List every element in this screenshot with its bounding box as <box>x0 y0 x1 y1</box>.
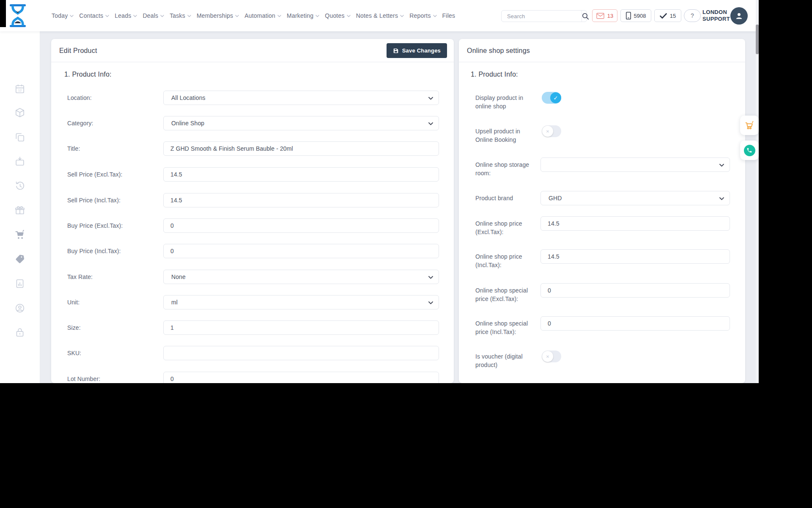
chevron-down-icon <box>70 15 74 17</box>
calendar-icon: 12 <box>14 83 25 94</box>
form-row-product-brand: Product brand GHD <box>459 191 745 205</box>
storage-room-select[interactable] <box>540 157 730 172</box>
title-input[interactable] <box>163 141 439 156</box>
field-label: Product brand <box>475 194 539 202</box>
nav-item-leads[interactable]: Leads <box>115 12 137 19</box>
form-row-category: Category: Online Shop <box>51 116 454 130</box>
sidebar-item-inventory[interactable] <box>14 156 25 167</box>
sku-input[interactable] <box>163 346 439 360</box>
tax-rate-select[interactable]: None <box>163 270 439 284</box>
box-icon <box>14 156 25 167</box>
field-label: Online shop special price (Excl.Tax): <box>475 286 539 303</box>
search-input[interactable] <box>502 11 582 22</box>
size-input[interactable] <box>163 320 439 335</box>
category-select[interactable]: Online Shop <box>163 116 439 130</box>
sidebar-item-history[interactable] <box>14 180 25 191</box>
sidebar-item-reports[interactable] <box>14 278 25 289</box>
tasks-done-button[interactable]: 15 <box>654 9 681 22</box>
help-button[interactable]: ? <box>684 9 701 22</box>
chevron-down-icon <box>133 15 137 17</box>
buy-price-incl-input[interactable] <box>163 244 439 258</box>
special-price-incl-input[interactable] <box>540 316 730 331</box>
form-row-storage-room: Online shop storage room: <box>459 157 745 172</box>
nav-item-today[interactable]: Today <box>52 12 74 19</box>
upsell-toggle[interactable] <box>542 125 561 137</box>
location-select[interactable]: All Locations <box>163 91 439 105</box>
nav-item-marketing[interactable]: Marketing <box>287 12 319 19</box>
chevron-down-icon <box>347 15 351 17</box>
shop-price-incl-input[interactable] <box>540 249 730 264</box>
nav-label: Files <box>442 12 455 19</box>
nav-item-automation[interactable]: Automation <box>244 12 281 19</box>
sidebar-item-duplicates[interactable] <box>14 132 25 143</box>
form-row-sell-incl: Sell Price (Incl.Tax): <box>51 193 454 207</box>
main-nav: Today Contacts Leads Deals Tasks Members… <box>52 0 455 31</box>
cart-icon <box>744 120 755 131</box>
sell-price-excl-input[interactable] <box>163 167 439 182</box>
sidebar-item-customers[interactable] <box>14 303 25 314</box>
nav-item-tasks[interactable]: Tasks <box>170 12 191 19</box>
field-label: Location: <box>67 91 92 105</box>
special-price-excl-input[interactable] <box>540 283 730 298</box>
search-icon <box>582 13 589 20</box>
nav-item-reports[interactable]: Reports <box>409 12 436 19</box>
sidebar-item-gift-vouchers[interactable] <box>14 204 25 215</box>
form-row-unit: Unit: ml <box>51 295 454 309</box>
nav-item-deals[interactable]: Deals <box>143 12 164 19</box>
form-row-upsell: Upsell product in Online Booking <box>459 124 745 138</box>
product-brand-select[interactable]: GHD <box>540 191 730 205</box>
nav-item-quotes[interactable]: Quotes <box>325 12 350 19</box>
sell-price-incl-input[interactable] <box>163 193 439 207</box>
check-icon <box>660 13 667 19</box>
user-avatar[interactable] <box>730 7 748 25</box>
mail-count: 13 <box>607 13 613 19</box>
lot-number-input[interactable] <box>163 372 439 383</box>
call-fab[interactable] <box>740 141 759 160</box>
nav-item-files[interactable]: Files <box>442 12 455 19</box>
unit-select[interactable]: ml <box>163 295 439 309</box>
report-icon <box>14 278 25 289</box>
calls-button[interactable]: 5908 <box>620 9 651 22</box>
nav-label: Tasks <box>170 12 185 19</box>
sidebar-item-security[interactable] <box>14 327 25 338</box>
nav-item-notes-letters[interactable]: Notes & Letters <box>356 12 404 19</box>
save-changes-button[interactable]: Save Changes <box>387 43 447 58</box>
app-logo-hourglass-icon[interactable] <box>9 4 26 27</box>
form-row-special-price-incl: Online shop special price (Incl.Tax): <box>459 316 745 331</box>
select-value: None <box>164 273 186 280</box>
top-bar: Today Contacts Leads Deals Tasks Members… <box>0 0 759 31</box>
chevron-down-icon <box>315 15 319 17</box>
sidebar-item-pricing[interactable] <box>14 253 25 264</box>
sidebar-item-shop[interactable] <box>14 229 25 240</box>
chevron-down-icon <box>428 97 433 100</box>
sidebar-item-calendar[interactable]: 12 <box>14 83 25 94</box>
nav-label: Automation <box>244 12 275 19</box>
section-heading: 1. Product Info: <box>64 69 112 80</box>
online-shop-fab[interactable] <box>740 116 759 135</box>
mail-icon <box>596 13 604 19</box>
scrollbar-thumb[interactable] <box>756 25 759 54</box>
nav-item-contacts[interactable]: Contacts <box>79 12 109 19</box>
toggle-knob <box>542 126 553 137</box>
mail-notifications-button[interactable]: 13 <box>592 9 617 22</box>
search-button[interactable] <box>582 11 589 22</box>
chevron-down-icon <box>433 15 437 17</box>
chevron-down-icon <box>400 15 404 17</box>
field-label: Online shop storage room: <box>475 160 539 177</box>
form-row-sku: SKU: <box>51 346 454 360</box>
field-label: Tax Rate: <box>67 270 93 284</box>
chevron-down-icon <box>235 15 239 17</box>
shop-price-excl-input[interactable] <box>540 216 730 231</box>
edit-product-card: Edit Product Save Changes 1. Product Inf… <box>51 39 454 383</box>
cart-icon <box>14 229 25 240</box>
buy-price-excl-input[interactable] <box>163 218 439 233</box>
field-label: Online shop special price (Incl.Tax): <box>475 319 539 336</box>
nav-item-memberships[interactable]: Memberships <box>197 12 239 19</box>
sidebar-item-products[interactable] <box>14 107 25 118</box>
voucher-toggle[interactable] <box>542 351 561 362</box>
screen: Today Contacts Leads Deals Tasks Members… <box>0 0 812 508</box>
gift-icon <box>14 204 25 215</box>
field-label: Buy Price (Excl.Tax): <box>67 218 123 233</box>
display-online-toggle[interactable] <box>542 92 561 104</box>
app-window: Today Contacts Leads Deals Tasks Members… <box>0 0 759 383</box>
